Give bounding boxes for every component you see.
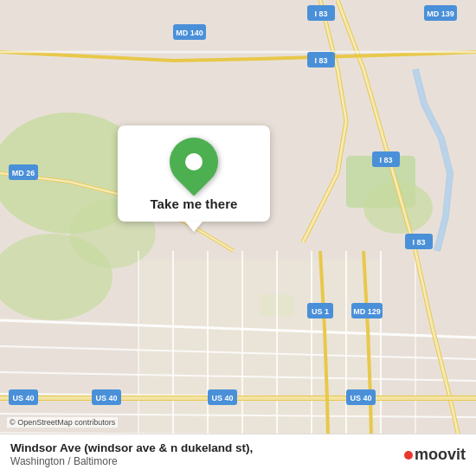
svg-text:I 83: I 83 — [314, 10, 327, 18]
moovit-logo: moovit — [404, 446, 466, 464]
svg-text:US 40: US 40 — [211, 394, 233, 402]
svg-text:I 83: I 83 — [379, 156, 392, 164]
svg-text:US 40: US 40 — [12, 394, 34, 402]
take-me-there-button[interactable]: Take me there — [150, 195, 237, 213]
svg-text:I 83: I 83 — [412, 238, 425, 247]
map-svg: I 83 MD 140 MD 139 MD 26 I 83 I 83 I 83 … — [0, 0, 476, 476]
svg-text:MD 129: MD 129 — [353, 307, 381, 316]
svg-text:US 40: US 40 — [350, 394, 371, 402]
moovit-text: moovit — [404, 446, 466, 464]
location-region: Washington / Baltimore — [10, 455, 466, 467]
bottom-bar: Windsor Ave (windsor ave & n dukeland st… — [0, 434, 476, 476]
svg-text:MD 139: MD 139 — [427, 10, 454, 18]
map-container: I 83 MD 140 MD 139 MD 26 I 83 I 83 I 83 … — [0, 0, 476, 476]
osm-attribution: © OpenStreetMap contributors — [7, 417, 118, 428]
popup-arrow — [185, 222, 203, 232]
location-name: Windsor Ave (windsor ave & n dukeland st… — [10, 441, 466, 454]
moovit-dot-icon — [404, 451, 413, 460]
svg-text:MD 140: MD 140 — [176, 29, 203, 37]
svg-text:I 83: I 83 — [314, 56, 327, 65]
pin-inner-circle — [185, 153, 203, 170]
location-pin-icon — [159, 127, 228, 196]
popup-card: Take me there — [118, 125, 270, 222]
svg-text:US 40: US 40 — [95, 394, 117, 402]
popup-container: Take me there — [118, 125, 270, 232]
svg-text:US 1: US 1 — [312, 307, 329, 316]
svg-text:MD 26: MD 26 — [12, 169, 35, 177]
